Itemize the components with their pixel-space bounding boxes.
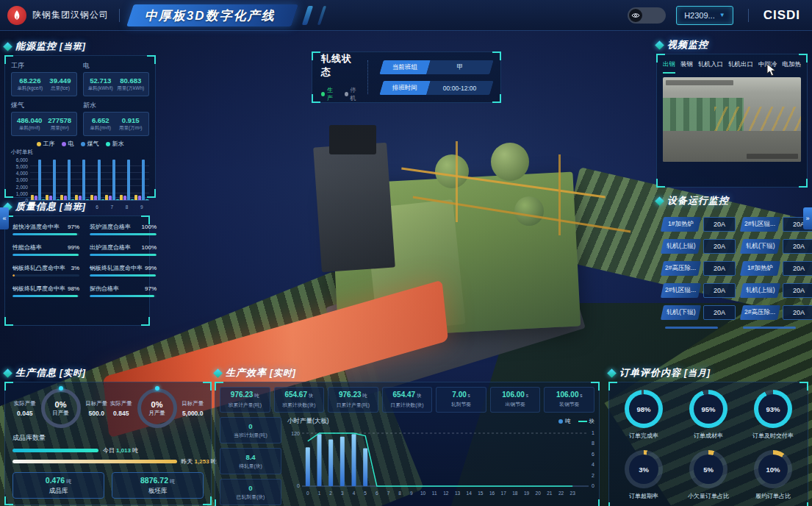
- furnace-select-dropdown[interactable]: H2309... ▼: [676, 6, 733, 25]
- energy-value: 0.915: [119, 116, 142, 124]
- energy-cell: 工序68.226单耗(kgce/t)39.449总量(tce): [11, 61, 77, 96]
- energy-bar: [75, 195, 78, 200]
- panel-diamond-icon: [3, 42, 12, 51]
- device-item[interactable]: 1#加热炉20A: [741, 261, 812, 276]
- scrollbar[interactable]: [743, 327, 796, 329]
- energy-bar: [31, 195, 34, 200]
- header-right: H2309... ▼ CISDI: [628, 6, 812, 25]
- video-tab[interactable]: 轧机出口: [728, 60, 753, 74]
- device-name: 轧机(下辊): [740, 239, 780, 254]
- device-item[interactable]: 2#轧区辊...20A: [741, 217, 812, 232]
- device-name: 2#轧区辊...: [740, 217, 780, 232]
- gauge-dot: [155, 386, 159, 391]
- quality-bar-fill: [90, 295, 154, 297]
- panel-title: 质量信息: [15, 201, 57, 212]
- legend-label: 工序: [43, 140, 55, 148]
- energy-unit: 用量(万m³): [119, 125, 142, 132]
- quality-label: 探伤合格率: [90, 285, 119, 293]
- quality-item-head: 探伤合格率97%: [90, 285, 157, 293]
- right-panel-collapse-handle[interactable]: »: [803, 207, 812, 229]
- quality-item-head: 装炉温度合格率100%: [90, 223, 157, 231]
- device-name: 2#轧区辊...: [661, 283, 701, 298]
- energy-chart: 6,0005,0004,0003,0002,0001,0000: [11, 157, 149, 203]
- energy-cell: 新水6.652单耗(m³/t)0.915用量(万m³): [83, 101, 149, 136]
- energy-cell: 煤气486.040单耗(m³/t)277578用量(m³): [11, 101, 77, 136]
- efficiency-tile: 654.47 块日累计块数(块): [382, 387, 433, 413]
- device-item[interactable]: 轧机(下辊)20A: [741, 239, 812, 254]
- quality-bar-fill: [90, 233, 157, 235]
- ribbon-value: 甲: [426, 60, 493, 74]
- line-status-panel: 轧线状态 生产停机 当前班组甲排班时间00:00-12:00: [312, 51, 501, 103]
- svg-text:8: 8: [592, 441, 594, 446]
- stock-bar-value: 1,253: [195, 458, 209, 465]
- panel-title: 设备运行监控: [667, 195, 729, 206]
- device-item[interactable]: 2#高压除...20A: [741, 305, 812, 320]
- cctv-video-feed[interactable]: [663, 77, 801, 162]
- video-tab[interactable]: 装钢: [680, 60, 693, 74]
- panel-diamond-icon: [655, 40, 664, 50]
- energy-chart-yticks: 6,0005,0004,0003,0002,0001,0000: [11, 157, 30, 203]
- quality-bar-track: [12, 254, 79, 256]
- video-tab[interactable]: 轧机入口: [698, 60, 723, 74]
- video-tab[interactable]: 电加热: [783, 60, 802, 74]
- svg-text:7: 7: [387, 491, 390, 496]
- energy-cell-label: 工序: [11, 61, 77, 71]
- panel-title-row: 能源监控[当班]: [4, 40, 156, 53]
- energy-chart-legend: 工序电煤气新水: [11, 140, 149, 148]
- donut-value: 93%: [754, 390, 792, 428]
- efficiency-tile: 976.23 吨班累计产量(吨): [220, 387, 270, 413]
- device-item[interactable]: 轧机(上辊)20A: [662, 239, 736, 254]
- left-panel-collapse-handle[interactable]: «: [0, 207, 9, 229]
- tile-label: 待轧量(块): [239, 463, 262, 470]
- device-value: 20A: [703, 217, 736, 232]
- scrollbar[interactable]: [665, 327, 718, 329]
- device-item[interactable]: 2#高压除...20A: [662, 261, 736, 276]
- device-item[interactable]: 轧机(上辊)20A: [741, 283, 812, 298]
- device-item[interactable]: 2#轧区辊...20A: [662, 283, 736, 298]
- energy-unit: 总量(tce): [49, 85, 71, 92]
- efficiency-tile: 106.00 s装钢节奏: [544, 387, 594, 413]
- page-title-plate: 中厚板3D数字化产线: [126, 4, 298, 26]
- eye-icon: [629, 9, 642, 22]
- quality-label: 出炉温度合格率: [90, 243, 131, 252]
- quality-item: 探伤合格率97%: [90, 285, 157, 297]
- orders-frame: 98%订单完成率95%订单成材率93%订单及时交付率3%订单超期率5%小欠量订单…: [608, 382, 808, 506]
- energy-cell-label: 新水: [83, 101, 149, 110]
- energy-value: 68.226: [18, 76, 43, 85]
- legend-dot: [558, 419, 563, 424]
- legend-item: 电: [62, 140, 74, 148]
- production-frame: 实际产量0.0450%日产量目标产量500.0实际产量0.8450%月产量目标产…: [4, 382, 212, 505]
- quality-item: 装炉温度合格率100%: [90, 223, 157, 235]
- video-tab[interactable]: 出钢: [663, 60, 675, 74]
- line-status-title: 轧线状态: [321, 52, 360, 79]
- energy-bar: [98, 160, 101, 200]
- device-value: 20A: [703, 239, 736, 254]
- device-item[interactable]: 轧机(下辊)20A: [662, 305, 736, 320]
- status-label: 生产: [327, 86, 337, 102]
- panel-title-row: 视频监控: [656, 38, 808, 51]
- energy-bar: [82, 160, 85, 200]
- svg-text:13: 13: [455, 491, 461, 496]
- header-divider: [748, 9, 749, 22]
- energy-bar-group: [60, 159, 74, 200]
- energy-cell-label: 电: [83, 61, 149, 71]
- dashboard-root: 陕钢集团汉钢公司 中厚板3D数字化产线 H2309... ▼ CISDI: [0, 0, 812, 506]
- panel-title-row: 生产效率[实时]: [215, 366, 600, 380]
- stock-box-label: 成品库: [49, 487, 68, 496]
- actual-output: 实际产量0.045: [12, 400, 37, 417]
- video-camera-label-overlay: [747, 154, 798, 159]
- device-value: 20A: [783, 239, 812, 254]
- donut-value: 95%: [689, 390, 727, 428]
- device-value: 20A: [783, 261, 812, 276]
- donut-ring: 5%: [689, 450, 727, 488]
- panel-title-row: 设备运行监控: [656, 194, 812, 207]
- page-title: 中厚板3D数字化产线: [145, 7, 276, 24]
- device-item[interactable]: 1#加热炉20A: [662, 217, 736, 232]
- target-output: 目标产量5,000.0: [181, 400, 206, 417]
- energy-bar-group: [31, 159, 45, 200]
- visibility-toggle[interactable]: [628, 7, 666, 24]
- quality-bar-track: [12, 295, 79, 297]
- quality-info-panel: 质量信息[当班] 超快冷温度命中率97%装炉温度合格率100%性能合格率99%出…: [4, 200, 150, 326]
- quality-bar-track: [90, 295, 157, 297]
- svg-text:12: 12: [443, 491, 449, 496]
